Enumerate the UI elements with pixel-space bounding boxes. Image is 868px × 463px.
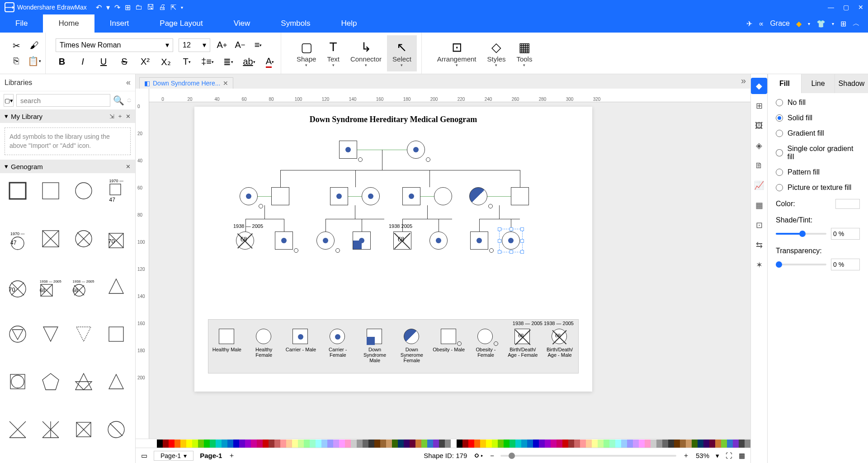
superscript-icon[interactable]: X² bbox=[139, 56, 151, 68]
styles-tool[interactable]: ◇Styles▾ bbox=[482, 35, 511, 71]
play-icon[interactable]: ⭘▸ bbox=[473, 452, 484, 459]
shape-item[interactable] bbox=[37, 368, 65, 396]
strike-icon[interactable]: S bbox=[118, 56, 131, 68]
shape-item[interactable] bbox=[102, 368, 130, 396]
shape-item[interactable] bbox=[4, 368, 32, 396]
menu-file[interactable]: File bbox=[0, 14, 43, 33]
shade-value[interactable] bbox=[831, 228, 860, 240]
text-effect-icon[interactable]: T▾ bbox=[180, 56, 193, 68]
select-tool[interactable]: ↖Select▾ bbox=[387, 35, 417, 71]
grid-panel-icon[interactable]: ⊞ bbox=[751, 98, 767, 114]
shape-item[interactable] bbox=[70, 416, 98, 444]
text-tool[interactable]: TText▾ bbox=[321, 35, 345, 71]
menu-help[interactable]: Help bbox=[326, 14, 373, 33]
shape-item[interactable] bbox=[102, 272, 130, 300]
shape-item[interactable] bbox=[102, 416, 130, 444]
text-highlight-icon[interactable]: ab▾ bbox=[243, 56, 255, 68]
fill-panel-icon[interactable]: ◆ bbox=[751, 78, 767, 94]
page-list-icon[interactable]: ▭ bbox=[141, 452, 147, 460]
distribute-panel-icon[interactable]: ✶ bbox=[751, 257, 767, 273]
open-icon[interactable]: 🗀 bbox=[135, 3, 142, 11]
shape-item[interactable]: 70 bbox=[102, 225, 130, 253]
library-search-input[interactable] bbox=[16, 94, 110, 107]
close-genogram-icon[interactable]: ✕ bbox=[126, 163, 131, 170]
shape-item[interactable]: 1938 — 200568 bbox=[70, 272, 98, 300]
arrangement-tool[interactable]: ⊡Arrangement▾ bbox=[432, 35, 482, 71]
expand-rpanel-icon[interactable]: » bbox=[736, 73, 750, 89]
bullets-icon[interactable]: ≣▾ bbox=[222, 56, 235, 68]
shape-item[interactable] bbox=[37, 225, 65, 253]
zoom-readout[interactable]: 53% bbox=[696, 452, 709, 459]
shape-item[interactable] bbox=[37, 416, 65, 444]
import-icon[interactable]: ⇲ bbox=[109, 113, 114, 120]
menu-insert[interactable]: Insert bbox=[94, 14, 145, 33]
share-icon[interactable]: ∝ bbox=[759, 19, 764, 28]
tab-line[interactable]: Line bbox=[801, 74, 835, 93]
genogram-header[interactable]: ▾Genogram ✕ bbox=[0, 160, 135, 173]
selection-handles[interactable] bbox=[499, 229, 523, 252]
search-icon[interactable]: 🔍 bbox=[113, 95, 124, 106]
page-picker[interactable]: Page-1▾ bbox=[154, 451, 193, 461]
menu-view[interactable]: View bbox=[218, 14, 266, 33]
bold-icon[interactable]: B bbox=[56, 56, 68, 68]
shape-item[interactable] bbox=[4, 177, 32, 205]
italic-icon[interactable]: I bbox=[76, 56, 89, 68]
layers-panel-icon[interactable]: ◈ bbox=[751, 137, 767, 154]
lib-scroll-icons[interactable]: ︿﹀ bbox=[127, 97, 132, 104]
menu-symbols[interactable]: Symbols bbox=[265, 14, 326, 33]
document-tab[interactable]: ◧ Down Syndrome Here... ✕ bbox=[139, 77, 233, 89]
minimize-icon[interactable]: — bbox=[828, 4, 834, 11]
tab-shadow[interactable]: Shadow bbox=[835, 74, 868, 93]
drawing-page[interactable]: Down Syndrome Hereditary Medical Genogra… bbox=[194, 107, 592, 392]
shape-item[interactable] bbox=[37, 177, 65, 205]
shape-item[interactable]: 1938 — 200568 bbox=[37, 272, 65, 300]
cut-icon[interactable]: ✂ bbox=[10, 39, 23, 52]
apps-icon[interactable]: ⊞ bbox=[840, 19, 846, 28]
shade-slider[interactable] bbox=[776, 233, 826, 235]
underline-icon[interactable]: U bbox=[97, 56, 110, 68]
premium-icon[interactable]: ◆ bbox=[796, 19, 802, 28]
export-icon[interactable]: ⇱ bbox=[170, 3, 176, 12]
user-name[interactable]: Grace bbox=[770, 19, 790, 28]
shape-item[interactable] bbox=[102, 320, 130, 348]
fill-option-solid[interactable]: Solid fill bbox=[776, 114, 860, 122]
shape-tool[interactable]: ▢Shape▾ bbox=[291, 35, 321, 71]
fit-page-icon[interactable]: ⛶ bbox=[726, 452, 732, 459]
font-size-select[interactable]: 12▾ bbox=[179, 38, 210, 52]
quick-color-bar[interactable] bbox=[136, 439, 750, 448]
print-icon[interactable]: 🖨 bbox=[159, 3, 166, 11]
menu-page-layout[interactable]: Page Layout bbox=[144, 14, 218, 33]
save-icon[interactable]: 🖫 bbox=[147, 3, 154, 11]
close-icon[interactable]: ✕ bbox=[858, 4, 863, 11]
color-swatch[interactable] bbox=[835, 199, 860, 209]
subscript-icon[interactable]: X₂ bbox=[160, 56, 172, 68]
shape-item[interactable] bbox=[70, 320, 98, 348]
line-spacing-icon[interactable]: ‡≡▾ bbox=[201, 56, 214, 68]
theme-icon[interactable]: 👕 bbox=[816, 19, 826, 28]
add-page-icon[interactable]: ＋ bbox=[228, 451, 235, 460]
maximize-icon[interactable]: ▢ bbox=[843, 4, 849, 11]
grow-font-icon[interactable]: A+ bbox=[216, 39, 228, 52]
image-panel-icon[interactable]: 🖼 bbox=[751, 118, 767, 134]
transparency-value[interactable] bbox=[831, 259, 860, 270]
undo-icon[interactable]: ↶ bbox=[96, 3, 102, 12]
shape-item[interactable] bbox=[37, 320, 65, 348]
add-icon[interactable]: ＋ bbox=[117, 112, 123, 120]
shape-item[interactable]: 1970 —47 bbox=[4, 225, 32, 253]
fill-option-pattern[interactable]: Pattern fill bbox=[776, 168, 860, 176]
paste-icon[interactable]: 📋▾ bbox=[28, 55, 41, 67]
copy-icon[interactable]: ⎘ bbox=[10, 55, 23, 67]
align-panel-icon[interactable]: ⇆ bbox=[751, 237, 767, 253]
fill-option-none[interactable]: No fill bbox=[776, 99, 860, 107]
library-drop-icon[interactable]: ▢▾ bbox=[4, 94, 14, 107]
shape-item[interactable] bbox=[70, 368, 98, 396]
close-tab-icon[interactable]: ✕ bbox=[223, 80, 228, 87]
tools-tool[interactable]: ▦Tools▾ bbox=[511, 35, 538, 71]
collapse-libs-icon[interactable]: « bbox=[126, 78, 131, 87]
font-family-select[interactable]: Times New Roman▾ bbox=[56, 38, 173, 52]
zoom-in-icon[interactable]: ＋ bbox=[683, 451, 689, 460]
redo-icon[interactable]: ↷ bbox=[114, 3, 120, 12]
tab-fill[interactable]: Fill bbox=[768, 74, 801, 93]
my-library-header[interactable]: ▾My Library ⇲ ＋ ✕ bbox=[0, 109, 135, 123]
new-icon[interactable]: ⊞ bbox=[125, 3, 131, 12]
